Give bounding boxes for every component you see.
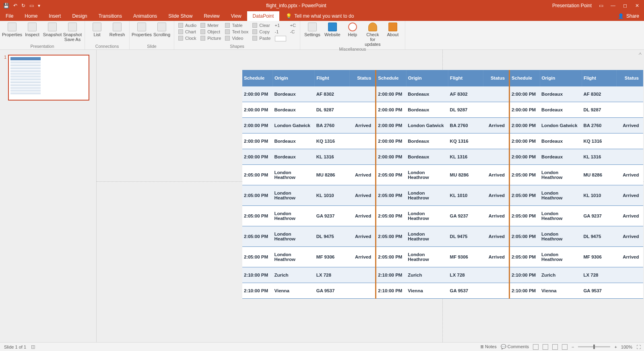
qat-dropdown-icon[interactable]: ▾ (38, 3, 40, 8)
tab-datapoint[interactable]: DataPoint (247, 11, 280, 21)
zoom-out-button[interactable]: − (572, 345, 574, 349)
cell-status: Arrived (617, 206, 643, 226)
chart-button[interactable]: Chart (178, 29, 197, 35)
slide-properties-button[interactable]: Properties (133, 23, 151, 37)
tab-animations[interactable]: Animations (128, 11, 163, 21)
cell-status (483, 86, 510, 102)
notes-button[interactable]: ≣ Notes (480, 344, 497, 349)
cell-flight: DL 9287 (582, 102, 616, 118)
table-row: 2:00:00 PMBordeauxKL 13162:00:00 PMBorde… (242, 149, 643, 165)
cell-status (483, 102, 510, 118)
cell-origin: London Heathrow (406, 226, 448, 247)
object-button[interactable]: Object (200, 29, 222, 35)
minimize-icon[interactable]: — (610, 3, 616, 8)
share-button[interactable]: 👤 Share (613, 11, 644, 21)
cell-schedule: 2:00:00 PM (242, 133, 273, 149)
snapshot-button[interactable]: Snapshot (43, 23, 61, 37)
clear-button[interactable]: Clear (252, 23, 271, 28)
table-button[interactable]: Table (224, 23, 249, 28)
cell-flight: MF 9306 (582, 247, 616, 267)
redo-icon[interactable]: ↻ (21, 3, 25, 8)
cell-flight: MF 9306 (448, 247, 483, 267)
tab-transitions[interactable]: Transitions (93, 11, 128, 21)
help-button[interactable]: Help (344, 23, 361, 37)
cell-schedule: 2:05:00 PM (376, 185, 407, 206)
fit-to-window-icon[interactable]: ⛶ (636, 345, 641, 349)
col-header-schedule: Schedule (376, 70, 407, 86)
about-button[interactable]: About (384, 23, 402, 37)
copy-button[interactable]: Copy (252, 29, 271, 35)
cell-schedule: 2:00:00 PM (376, 86, 407, 102)
zoom-slider[interactable] (578, 346, 610, 347)
properties-button[interactable]: Properties (3, 23, 21, 37)
plus-c-button[interactable]: +C (289, 23, 297, 28)
slide-thumbnail-panel[interactable]: 1 (0, 50, 97, 342)
collapse-ribbon-icon[interactable]: ㅅ (638, 51, 642, 57)
tab-view[interactable]: View (225, 11, 247, 21)
shapes-input[interactable] (274, 35, 287, 42)
paste-button[interactable]: Paste (252, 35, 271, 41)
snapshot-save-as-button[interactable]: Snapshot Save As (64, 23, 81, 42)
slide-canvas[interactable]: ㅅ ScheduleOriginFlightStatusScheduleOrig… (97, 50, 644, 342)
cell-origin: London Heathrow (273, 226, 315, 247)
tab-review[interactable]: Review (198, 11, 225, 21)
website-button[interactable]: Website (324, 23, 341, 37)
comments-button[interactable]: 💬 Comments (501, 344, 529, 349)
normal-view-icon[interactable] (533, 344, 539, 350)
cell-flight: KQ 1316 (448, 133, 483, 149)
minus-c-button[interactable]: -C (289, 29, 297, 35)
table-row: 2:00:00 PMLondon GatwickBA 2760Arrived2:… (242, 118, 643, 133)
cell-schedule: 2:05:00 PM (510, 247, 540, 267)
tab-file[interactable]: File (0, 11, 19, 21)
inspect-button[interactable]: Inspect (23, 23, 41, 37)
close-icon[interactable]: ✕ (634, 3, 640, 8)
tab-slideshow[interactable]: Slide Show (163, 11, 198, 21)
slide-sorter-icon[interactable] (543, 344, 548, 350)
cell-status (617, 149, 643, 165)
cell-schedule: 2:00:00 PM (510, 102, 540, 118)
cell-status (483, 133, 510, 149)
start-from-beginning-icon[interactable]: ▭ (29, 3, 34, 8)
reading-view-icon[interactable] (552, 344, 558, 350)
tab-design[interactable]: Design (66, 11, 93, 21)
save-icon[interactable]: 💾 (3, 3, 9, 8)
refresh-button[interactable]: Refresh (108, 23, 126, 37)
tell-me-search[interactable]: 💡 Tell me what you want to do (279, 11, 354, 21)
cell-flight: GA 9237 (582, 206, 616, 226)
tab-insert[interactable]: Insert (43, 11, 66, 21)
check-for-updates-button[interactable]: Check for updates (364, 23, 382, 47)
maximize-icon[interactable]: ◻ (622, 3, 628, 8)
workspace: 1 ㅅ ScheduleOriginFlightStat (0, 50, 644, 342)
zoom-level[interactable]: 100% (621, 345, 632, 349)
picture-button[interactable]: Picture (200, 35, 222, 41)
cell-status: Arrived (349, 185, 376, 206)
cell-origin: London Heathrow (406, 165, 448, 185)
scrolling-button[interactable]: Scrolling (153, 23, 171, 37)
zoom-in-button[interactable]: + (614, 345, 617, 349)
accessibility-icon[interactable]: ◫ (31, 344, 35, 349)
undo-icon[interactable]: ↶ (13, 3, 17, 8)
cell-origin: London Heathrow (540, 165, 582, 185)
settings-button[interactable]: Settings (303, 23, 321, 37)
cell-origin: London Heathrow (406, 247, 448, 267)
minus-one-button[interactable]: -1 (274, 29, 287, 35)
flight-table[interactable]: ScheduleOriginFlightStatusScheduleOrigin… (242, 70, 643, 299)
textbox-button[interactable]: Text box (224, 29, 249, 35)
cell-origin: London Heathrow (273, 185, 315, 206)
clock-button[interactable]: Clock (178, 35, 197, 41)
ribbon-display-options-icon[interactable]: ▭ (598, 3, 604, 8)
audio-button[interactable]: Audio (178, 23, 197, 28)
tab-home[interactable]: Home (19, 11, 43, 21)
slide-thumbnail-1[interactable] (8, 55, 89, 101)
cell-origin: London Heathrow (406, 206, 448, 226)
list-button[interactable]: List (88, 23, 106, 37)
cell-origin: Bordeaux (273, 133, 315, 149)
video-button[interactable]: Video (224, 35, 249, 41)
account-name[interactable]: Presentation Point (552, 3, 592, 8)
cell-schedule: 2:05:00 PM (242, 226, 273, 247)
meter-button[interactable]: Meter (200, 23, 222, 28)
plus-one-button[interactable]: +1 (274, 23, 287, 28)
cell-status: Arrived (483, 206, 510, 226)
col-header-status: Status (349, 70, 376, 86)
slideshow-view-icon[interactable] (562, 344, 568, 350)
